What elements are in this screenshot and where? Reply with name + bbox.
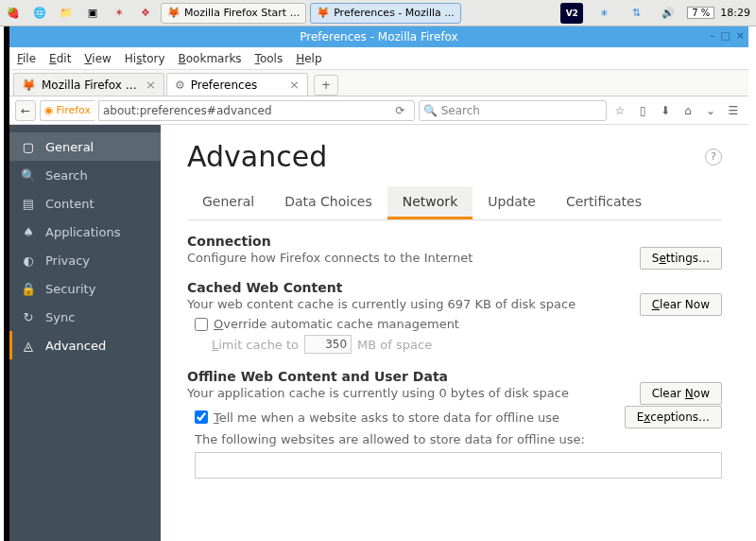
- subtab-certificates[interactable]: Certificates: [551, 186, 657, 219]
- tab-label: Preferences: [191, 79, 284, 92]
- task-label: Mozilla Firefox Start ...: [184, 7, 300, 19]
- sync-icon: ↻: [21, 310, 36, 324]
- wolfram-icon[interactable]: ❖: [134, 3, 157, 24]
- sidebar-item-content[interactable]: ▤Content: [9, 189, 161, 218]
- tell-me-checkbox[interactable]: [195, 410, 208, 424]
- general-icon: ▢: [21, 140, 36, 154]
- menu-tools[interactable]: Tools: [255, 52, 284, 65]
- back-button[interactable]: ←: [15, 100, 36, 121]
- override-cache-checkbox[interactable]: [195, 318, 208, 331]
- limit-cache-row: Limit cache to MB of space: [212, 335, 722, 354]
- wifi-icon[interactable]: ⇅: [625, 3, 647, 24]
- sidebar-label: Advanced: [45, 339, 106, 353]
- menu-file[interactable]: File: [17, 52, 36, 65]
- url-input[interactable]: about:preferences#advanced ⟳: [98, 100, 415, 121]
- pocket-save-icon[interactable]: ⌄: [701, 101, 720, 120]
- bluetooth-icon[interactable]: ∗: [593, 3, 615, 24]
- maximize-button[interactable]: □: [720, 29, 730, 42]
- battery-indicator[interactable]: 7 %: [687, 7, 714, 19]
- sidebar-item-privacy[interactable]: ◐Privacy: [9, 246, 161, 274]
- sidebar-item-general[interactable]: ▢General: [9, 132, 161, 161]
- sidebar-label: Search: [45, 168, 88, 183]
- tell-me-row: Tell me when a website asks to store dat…: [195, 406, 722, 428]
- advanced-icon: ◬: [21, 339, 36, 353]
- preferences-content: Advanced ? General Data Choices Network …: [161, 125, 748, 541]
- window-titlebar[interactable]: Preferences - Mozilla Firefox – □ ×: [9, 26, 748, 47]
- menu-bar: File Edit View History Bookmarks Tools H…: [9, 47, 748, 70]
- subtab-network[interactable]: Network: [387, 186, 472, 219]
- tab-preferences[interactable]: ⚙ Preferences ×: [166, 73, 308, 96]
- sidebar-label: Security: [45, 282, 95, 296]
- limit-cache-input[interactable]: [304, 335, 352, 354]
- sidebar-item-advanced[interactable]: ◬Advanced: [9, 331, 161, 359]
- nav-toolbar: ← ◉ Firefox about:preferences#advanced ⟳…: [9, 96, 748, 125]
- volume-icon[interactable]: 🔊: [657, 3, 679, 24]
- help-icon[interactable]: ?: [705, 148, 722, 166]
- privacy-icon: ◐: [21, 253, 36, 268]
- firefox-icon: 🦊: [317, 7, 330, 19]
- minimize-button[interactable]: –: [710, 29, 715, 42]
- downloads-icon[interactable]: ⬇: [656, 101, 675, 120]
- task-button-firefox-start[interactable]: 🦊 Mozilla Firefox Start ...: [161, 3, 306, 24]
- vnc-icon[interactable]: V2: [560, 3, 583, 24]
- menu-view[interactable]: View: [84, 52, 111, 65]
- menu-history[interactable]: History: [125, 52, 165, 65]
- terminal-icon[interactable]: ▣: [81, 3, 104, 24]
- tell-me-label: Tell me when a website asks to store dat…: [214, 410, 559, 425]
- firefox-badge-icon: ◉: [44, 104, 54, 116]
- subtab-general[interactable]: General: [187, 186, 269, 219]
- menu-edit[interactable]: Edit: [49, 52, 71, 65]
- sidebar-item-sync[interactable]: ↻Sync: [9, 303, 161, 331]
- limit-suffix: MB of space: [357, 338, 432, 352]
- url-value: about:preferences#advanced: [103, 104, 391, 117]
- task-label: Preferences - Mozilla ...: [334, 7, 455, 19]
- tab-close-icon[interactable]: ×: [146, 78, 156, 92]
- subtab-data-choices[interactable]: Data Choices: [269, 186, 387, 219]
- search-input[interactable]: 🔍 Search: [419, 100, 607, 121]
- filemanager-icon[interactable]: 📁: [55, 3, 77, 24]
- override-cache-label: Override automatic cache management: [214, 317, 459, 331]
- content-icon: ▤: [21, 197, 36, 211]
- home-icon[interactable]: ⌂: [679, 101, 697, 120]
- clear-offline-button[interactable]: Clear Now: [640, 382, 722, 405]
- offline-sites-listbox[interactable]: [195, 452, 722, 479]
- search-placeholder: Search: [441, 104, 480, 117]
- applications-icon: ♠: [21, 225, 36, 239]
- sidebar-label: Content: [45, 197, 94, 211]
- globe-icon[interactable]: 🌐: [28, 3, 51, 24]
- preferences-sidebar: ▢General 🔍Search ▤Content ♠Applications …: [9, 125, 161, 541]
- tab-close-icon[interactable]: ×: [289, 78, 300, 92]
- connection-settings-button[interactable]: Settings…: [640, 247, 722, 270]
- task-button-firefox-prefs[interactable]: 🦊 Preferences - Mozilla ...: [310, 3, 461, 24]
- pocket-icon[interactable]: ▯: [633, 101, 652, 120]
- subtab-update[interactable]: Update: [472, 186, 551, 219]
- url-identity[interactable]: ◉ Firefox: [40, 100, 94, 121]
- sidebar-label: Sync: [45, 310, 75, 324]
- section-connection: Connection Configure how Firefox connect…: [187, 234, 722, 265]
- exceptions-button[interactable]: Exceptions…: [625, 406, 722, 428]
- desktop-taskbar: 🍓 🌐 📁 ▣ ✶ ❖ 🦊 Mozilla Firefox Start ... …: [0, 0, 756, 26]
- menu-bookmarks[interactable]: Bookmarks: [179, 52, 242, 65]
- lock-icon: 🔒: [21, 282, 36, 296]
- mathematica-icon[interactable]: ✶: [108, 3, 130, 24]
- firefox-icon: 🦊: [167, 7, 180, 19]
- limit-prefix: Limit cache to: [212, 338, 299, 352]
- clear-cache-button[interactable]: Clear Now: [640, 293, 722, 316]
- sidebar-item-security[interactable]: 🔒Security: [9, 274, 161, 303]
- identity-label: Firefox: [57, 104, 91, 116]
- sidebar-label: Privacy: [45, 253, 90, 268]
- raspberry-menu-icon[interactable]: 🍓: [2, 3, 25, 24]
- menu-help[interactable]: Help: [296, 52, 321, 65]
- clock[interactable]: 18:29: [720, 7, 750, 19]
- sidebar-item-search[interactable]: 🔍Search: [9, 161, 161, 189]
- tab-strip: 🦊 Mozilla Firefox Start... × ⚙ Preferenc…: [9, 70, 748, 96]
- window-title: Preferences - Mozilla Firefox: [300, 30, 457, 44]
- close-button[interactable]: ×: [736, 29, 745, 42]
- reload-icon[interactable]: ⟳: [391, 104, 410, 117]
- allowed-label: The following websites are allowed to st…: [195, 432, 722, 446]
- new-tab-button[interactable]: +: [314, 75, 338, 96]
- hamburger-menu-icon[interactable]: ☰: [724, 101, 743, 120]
- tab-firefox-start[interactable]: 🦊 Mozilla Firefox Start... ×: [13, 73, 164, 96]
- bookmark-star-icon[interactable]: ☆: [610, 101, 629, 120]
- sidebar-item-applications[interactable]: ♠Applications: [9, 218, 161, 246]
